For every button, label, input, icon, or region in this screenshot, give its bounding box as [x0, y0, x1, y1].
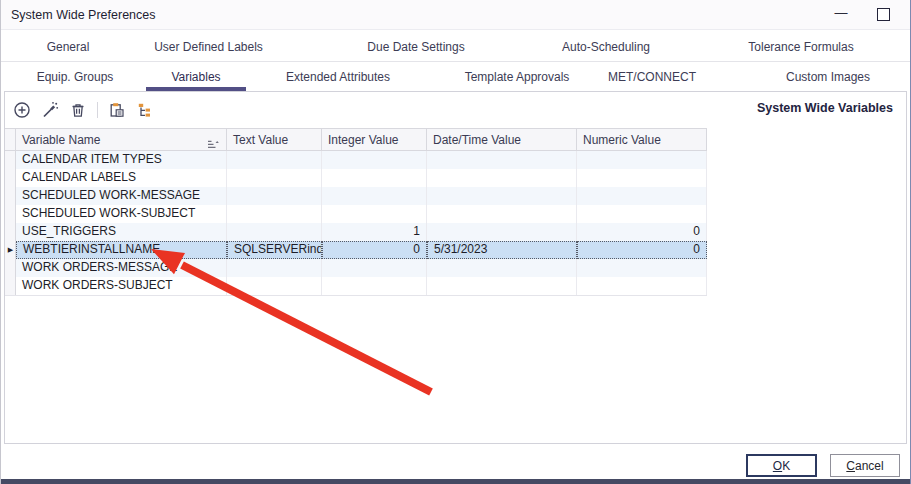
table-row[interactable]: CALENDAR ITEM TYPES — [5, 151, 707, 169]
tab-auto-scheduling[interactable]: Auto-Scheduling — [536, 32, 676, 61]
cancel-button[interactable]: Cancel — [830, 454, 900, 477]
cell-numeric[interactable] — [577, 205, 707, 223]
cell-integer[interactable] — [322, 277, 427, 295]
tab-user-defined-labels[interactable]: User Defined Labels — [141, 32, 276, 61]
window-title: System Wide Preferences — [11, 0, 156, 30]
column-header-numeric-value[interactable]: Numeric Value — [577, 129, 707, 150]
tab-due-date-settings[interactable]: Due Date Settings — [346, 32, 486, 61]
cell-integer[interactable] — [322, 205, 427, 223]
table-row[interactable]: WORK ORDERS-SUBJECT — [5, 277, 707, 295]
cancel-label-key: C — [846, 459, 855, 473]
tab-template-approvals[interactable]: Template Approvals — [452, 63, 582, 91]
cell-integer[interactable] — [322, 187, 427, 205]
cell-text[interactable] — [227, 187, 322, 205]
cancel-label-rest: ancel — [855, 459, 884, 473]
header-gutter — [5, 129, 16, 150]
tree-icon[interactable] — [136, 101, 154, 119]
table-row[interactable]: WORK ORDERS-MESSAGE — [5, 259, 707, 277]
paste-icon[interactable] — [108, 101, 126, 119]
cell-numeric[interactable] — [577, 151, 707, 169]
system-wide-preferences-dialog: System Wide Preferences — General User D… — [0, 0, 911, 484]
table-row[interactable]: CALENDAR LABELS — [5, 169, 707, 187]
selected-row-indicator[interactable]: ▶ — [5, 241, 16, 259]
row-selector[interactable] — [5, 205, 16, 223]
cell-numeric[interactable] — [577, 259, 707, 277]
row-selector[interactable] — [5, 187, 16, 205]
cell-name[interactable]: SCHEDULED WORK-SUBJECT — [16, 205, 227, 223]
variables-grid: Variable Name Text Value Integer Value D… — [5, 128, 707, 296]
tab-variables[interactable]: Variables — [146, 63, 246, 91]
cell-numeric[interactable] — [577, 277, 707, 295]
cell-text[interactable]: SQLSERVERindysof — [227, 241, 322, 259]
cell-date[interactable] — [427, 223, 577, 241]
grid-toolbar — [13, 98, 154, 122]
cell-numeric[interactable]: 0 — [577, 241, 707, 259]
tab-custom-images[interactable]: Custom Images — [768, 63, 888, 91]
table-row[interactable]: USE_TRIGGERS10 — [5, 223, 707, 241]
column-header-integer-value[interactable]: Integer Value — [322, 129, 427, 150]
row-selector[interactable] — [5, 259, 16, 277]
cell-integer[interactable] — [322, 259, 427, 277]
row-selector[interactable] — [5, 169, 16, 187]
cell-date[interactable] — [427, 277, 577, 295]
add-icon[interactable] — [13, 101, 31, 119]
cell-name[interactable]: WORK ORDERS-SUBJECT — [16, 277, 227, 295]
tab-equip-groups[interactable]: Equip. Groups — [15, 63, 135, 91]
cell-name[interactable]: CALENDAR ITEM TYPES — [16, 151, 227, 169]
ok-label-key: O — [773, 459, 782, 473]
cell-name[interactable]: WORK ORDERS-MESSAGE — [16, 259, 227, 277]
row-selector[interactable] — [5, 277, 16, 295]
grid-header-row: Variable Name Text Value Integer Value D… — [5, 128, 707, 151]
column-header-variable-name[interactable]: Variable Name — [16, 129, 227, 150]
ok-button[interactable]: OK — [746, 454, 817, 477]
tab-extended-attributes[interactable]: Extended Attributes — [273, 63, 403, 91]
cell-date[interactable] — [427, 169, 577, 187]
column-header-label: Variable Name — [22, 133, 100, 147]
cell-text[interactable] — [227, 277, 322, 295]
cell-integer[interactable] — [322, 169, 427, 187]
tab-tolerance-formulas[interactable]: Tolerance Formulas — [731, 32, 871, 61]
delete-icon[interactable] — [69, 101, 87, 119]
column-header-datetime-value[interactable]: Date/Time Value — [427, 129, 577, 150]
table-row[interactable]: ▶WEBTIERINSTALLNAMESQLSERVERindysof05/31… — [5, 241, 707, 259]
row-selector[interactable] — [5, 223, 16, 241]
cell-text[interactable] — [227, 223, 322, 241]
tab-strip-row1: General User Defined Labels Due Date Set… — [1, 32, 910, 62]
row-selector[interactable] — [5, 151, 16, 169]
cell-integer[interactable] — [322, 151, 427, 169]
grid-body: CALENDAR ITEM TYPESCALENDAR LABELSSCHEDU… — [5, 151, 707, 296]
cell-date[interactable] — [427, 259, 577, 277]
cell-numeric[interactable] — [577, 169, 707, 187]
ok-label-rest: K — [782, 459, 790, 473]
cell-integer[interactable]: 1 — [322, 223, 427, 241]
cell-text[interactable] — [227, 259, 322, 277]
cell-name[interactable]: SCHEDULED WORK-MESSAGE — [16, 187, 227, 205]
cell-text[interactable] — [227, 151, 322, 169]
cell-name[interactable]: USE_TRIGGERS — [16, 223, 227, 241]
cell-date[interactable] — [427, 151, 577, 169]
cell-numeric[interactable]: 0 — [577, 223, 707, 241]
variables-tab-page: System Wide Variables Variable Name Text… — [4, 91, 907, 444]
cell-integer[interactable]: 0 — [322, 241, 427, 259]
cell-name[interactable]: CALENDAR LABELS — [16, 169, 227, 187]
maximize-icon — [877, 8, 890, 21]
cell-name[interactable]: WEBTIERINSTALLNAME — [16, 241, 227, 259]
cell-text[interactable] — [227, 169, 322, 187]
title-bar: System Wide Preferences — — [1, 0, 910, 30]
tab-met-connect[interactable]: MET/CONNECT — [592, 63, 712, 91]
table-row[interactable]: SCHEDULED WORK-SUBJECT — [5, 205, 707, 223]
maximize-button[interactable] — [866, 0, 900, 30]
cell-text[interactable] — [227, 205, 322, 223]
cell-date[interactable] — [427, 205, 577, 223]
table-row[interactable]: SCHEDULED WORK-MESSAGE — [5, 187, 707, 205]
wand-icon[interactable] — [41, 101, 59, 119]
tab-strip-row2: Equip. Groups Variables Extended Attribu… — [1, 63, 910, 91]
tab-general[interactable]: General — [5, 32, 131, 61]
column-header-text-value[interactable]: Text Value — [227, 129, 322, 150]
cell-date[interactable]: 5/31/2023 — [427, 241, 577, 259]
minimize-button[interactable]: — — [824, 0, 858, 30]
cell-numeric[interactable] — [577, 187, 707, 205]
panel-title: System Wide Variables — [757, 101, 893, 115]
sort-ascending-icon[interactable] — [207, 134, 219, 150]
cell-date[interactable] — [427, 187, 577, 205]
